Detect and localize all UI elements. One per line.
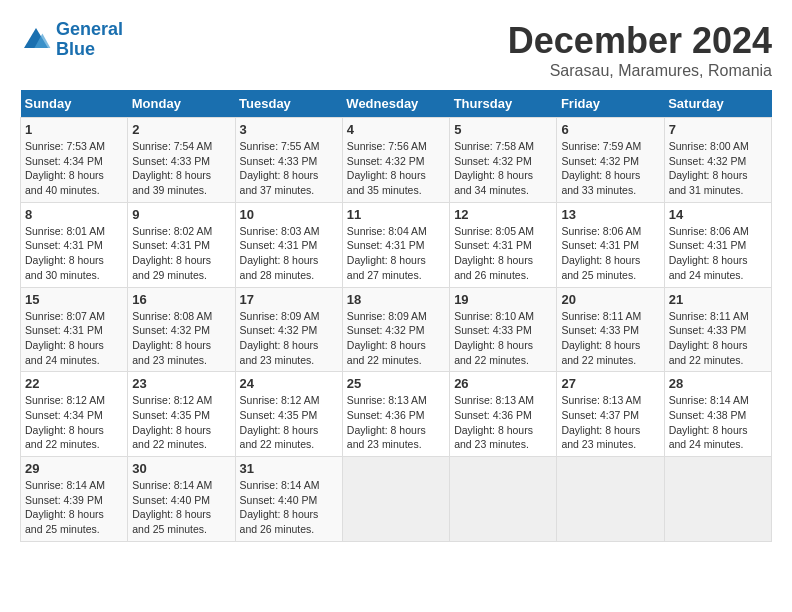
calendar-body: 1Sunrise: 7:53 AM Sunset: 4:34 PM Daylig… xyxy=(21,118,772,542)
day-number: 4 xyxy=(347,122,445,137)
calendar-cell: 23Sunrise: 8:12 AM Sunset: 4:35 PM Dayli… xyxy=(128,372,235,457)
logo-text: General Blue xyxy=(56,20,123,60)
day-detail: Sunrise: 8:06 AM Sunset: 4:31 PM Dayligh… xyxy=(669,224,767,283)
day-number: 23 xyxy=(132,376,230,391)
week-row-5: 29Sunrise: 8:14 AM Sunset: 4:39 PM Dayli… xyxy=(21,457,772,542)
day-number: 13 xyxy=(561,207,659,222)
day-number: 15 xyxy=(25,292,123,307)
day-number: 9 xyxy=(132,207,230,222)
page-header: General Blue December 2024 Sarasau, Mara… xyxy=(20,20,772,80)
week-row-2: 8Sunrise: 8:01 AM Sunset: 4:31 PM Daylig… xyxy=(21,202,772,287)
day-detail: Sunrise: 8:14 AM Sunset: 4:39 PM Dayligh… xyxy=(25,478,123,537)
day-detail: Sunrise: 8:00 AM Sunset: 4:32 PM Dayligh… xyxy=(669,139,767,198)
day-detail: Sunrise: 8:14 AM Sunset: 4:40 PM Dayligh… xyxy=(240,478,338,537)
calendar-cell: 8Sunrise: 8:01 AM Sunset: 4:31 PM Daylig… xyxy=(21,202,128,287)
calendar-cell: 28Sunrise: 8:14 AM Sunset: 4:38 PM Dayli… xyxy=(664,372,771,457)
day-number: 16 xyxy=(132,292,230,307)
day-detail: Sunrise: 8:08 AM Sunset: 4:32 PM Dayligh… xyxy=(132,309,230,368)
calendar-cell: 9Sunrise: 8:02 AM Sunset: 4:31 PM Daylig… xyxy=(128,202,235,287)
calendar-cell: 6Sunrise: 7:59 AM Sunset: 4:32 PM Daylig… xyxy=(557,118,664,203)
day-detail: Sunrise: 8:14 AM Sunset: 4:38 PM Dayligh… xyxy=(669,393,767,452)
calendar-cell: 13Sunrise: 8:06 AM Sunset: 4:31 PM Dayli… xyxy=(557,202,664,287)
day-detail: Sunrise: 8:13 AM Sunset: 4:37 PM Dayligh… xyxy=(561,393,659,452)
calendar-cell: 21Sunrise: 8:11 AM Sunset: 4:33 PM Dayli… xyxy=(664,287,771,372)
day-detail: Sunrise: 8:02 AM Sunset: 4:31 PM Dayligh… xyxy=(132,224,230,283)
calendar-cell xyxy=(342,457,449,542)
day-detail: Sunrise: 8:07 AM Sunset: 4:31 PM Dayligh… xyxy=(25,309,123,368)
day-detail: Sunrise: 8:06 AM Sunset: 4:31 PM Dayligh… xyxy=(561,224,659,283)
calendar-cell: 17Sunrise: 8:09 AM Sunset: 4:32 PM Dayli… xyxy=(235,287,342,372)
page-title: December 2024 xyxy=(508,20,772,62)
calendar-cell: 24Sunrise: 8:12 AM Sunset: 4:35 PM Dayli… xyxy=(235,372,342,457)
header-row: SundayMondayTuesdayWednesdayThursdayFrid… xyxy=(21,90,772,118)
day-number: 31 xyxy=(240,461,338,476)
day-number: 12 xyxy=(454,207,552,222)
day-number: 21 xyxy=(669,292,767,307)
header-day-saturday: Saturday xyxy=(664,90,771,118)
title-block: December 2024 Sarasau, Maramures, Romani… xyxy=(508,20,772,80)
calendar-cell: 12Sunrise: 8:05 AM Sunset: 4:31 PM Dayli… xyxy=(450,202,557,287)
day-number: 11 xyxy=(347,207,445,222)
day-detail: Sunrise: 8:13 AM Sunset: 4:36 PM Dayligh… xyxy=(454,393,552,452)
calendar-header: SundayMondayTuesdayWednesdayThursdayFrid… xyxy=(21,90,772,118)
week-row-4: 22Sunrise: 8:12 AM Sunset: 4:34 PM Dayli… xyxy=(21,372,772,457)
day-detail: Sunrise: 7:54 AM Sunset: 4:33 PM Dayligh… xyxy=(132,139,230,198)
day-detail: Sunrise: 8:10 AM Sunset: 4:33 PM Dayligh… xyxy=(454,309,552,368)
day-detail: Sunrise: 8:11 AM Sunset: 4:33 PM Dayligh… xyxy=(669,309,767,368)
logo-line1: General xyxy=(56,19,123,39)
calendar-cell: 18Sunrise: 8:09 AM Sunset: 4:32 PM Dayli… xyxy=(342,287,449,372)
day-detail: Sunrise: 8:09 AM Sunset: 4:32 PM Dayligh… xyxy=(347,309,445,368)
calendar-cell: 11Sunrise: 8:04 AM Sunset: 4:31 PM Dayli… xyxy=(342,202,449,287)
calendar-cell: 30Sunrise: 8:14 AM Sunset: 4:40 PM Dayli… xyxy=(128,457,235,542)
calendar-cell: 29Sunrise: 8:14 AM Sunset: 4:39 PM Dayli… xyxy=(21,457,128,542)
day-number: 24 xyxy=(240,376,338,391)
logo-line2: Blue xyxy=(56,39,95,59)
day-number: 5 xyxy=(454,122,552,137)
calendar-cell xyxy=(664,457,771,542)
week-row-3: 15Sunrise: 8:07 AM Sunset: 4:31 PM Dayli… xyxy=(21,287,772,372)
day-number: 27 xyxy=(561,376,659,391)
day-number: 29 xyxy=(25,461,123,476)
logo: General Blue xyxy=(20,20,123,60)
day-number: 1 xyxy=(25,122,123,137)
calendar-cell: 16Sunrise: 8:08 AM Sunset: 4:32 PM Dayli… xyxy=(128,287,235,372)
day-detail: Sunrise: 8:14 AM Sunset: 4:40 PM Dayligh… xyxy=(132,478,230,537)
day-detail: Sunrise: 7:58 AM Sunset: 4:32 PM Dayligh… xyxy=(454,139,552,198)
calendar-cell: 19Sunrise: 8:10 AM Sunset: 4:33 PM Dayli… xyxy=(450,287,557,372)
calendar-cell: 1Sunrise: 7:53 AM Sunset: 4:34 PM Daylig… xyxy=(21,118,128,203)
day-detail: Sunrise: 7:53 AM Sunset: 4:34 PM Dayligh… xyxy=(25,139,123,198)
day-number: 26 xyxy=(454,376,552,391)
day-detail: Sunrise: 8:04 AM Sunset: 4:31 PM Dayligh… xyxy=(347,224,445,283)
day-detail: Sunrise: 8:01 AM Sunset: 4:31 PM Dayligh… xyxy=(25,224,123,283)
day-number: 2 xyxy=(132,122,230,137)
day-detail: Sunrise: 8:13 AM Sunset: 4:36 PM Dayligh… xyxy=(347,393,445,452)
calendar-cell: 2Sunrise: 7:54 AM Sunset: 4:33 PM Daylig… xyxy=(128,118,235,203)
calendar-cell: 5Sunrise: 7:58 AM Sunset: 4:32 PM Daylig… xyxy=(450,118,557,203)
day-detail: Sunrise: 7:56 AM Sunset: 4:32 PM Dayligh… xyxy=(347,139,445,198)
calendar-cell: 31Sunrise: 8:14 AM Sunset: 4:40 PM Dayli… xyxy=(235,457,342,542)
day-number: 28 xyxy=(669,376,767,391)
header-day-wednesday: Wednesday xyxy=(342,90,449,118)
calendar-cell: 10Sunrise: 8:03 AM Sunset: 4:31 PM Dayli… xyxy=(235,202,342,287)
day-number: 3 xyxy=(240,122,338,137)
day-number: 14 xyxy=(669,207,767,222)
day-number: 22 xyxy=(25,376,123,391)
calendar-cell xyxy=(557,457,664,542)
header-day-monday: Monday xyxy=(128,90,235,118)
day-number: 8 xyxy=(25,207,123,222)
day-number: 30 xyxy=(132,461,230,476)
logo-icon xyxy=(20,24,52,56)
calendar-cell: 27Sunrise: 8:13 AM Sunset: 4:37 PM Dayli… xyxy=(557,372,664,457)
calendar-cell: 3Sunrise: 7:55 AM Sunset: 4:33 PM Daylig… xyxy=(235,118,342,203)
day-detail: Sunrise: 8:05 AM Sunset: 4:31 PM Dayligh… xyxy=(454,224,552,283)
day-number: 18 xyxy=(347,292,445,307)
calendar-table: SundayMondayTuesdayWednesdayThursdayFrid… xyxy=(20,90,772,542)
calendar-cell: 14Sunrise: 8:06 AM Sunset: 4:31 PM Dayli… xyxy=(664,202,771,287)
day-detail: Sunrise: 8:12 AM Sunset: 4:35 PM Dayligh… xyxy=(132,393,230,452)
day-number: 10 xyxy=(240,207,338,222)
calendar-cell: 25Sunrise: 8:13 AM Sunset: 4:36 PM Dayli… xyxy=(342,372,449,457)
day-number: 7 xyxy=(669,122,767,137)
day-detail: Sunrise: 8:12 AM Sunset: 4:34 PM Dayligh… xyxy=(25,393,123,452)
week-row-1: 1Sunrise: 7:53 AM Sunset: 4:34 PM Daylig… xyxy=(21,118,772,203)
calendar-cell: 20Sunrise: 8:11 AM Sunset: 4:33 PM Dayli… xyxy=(557,287,664,372)
